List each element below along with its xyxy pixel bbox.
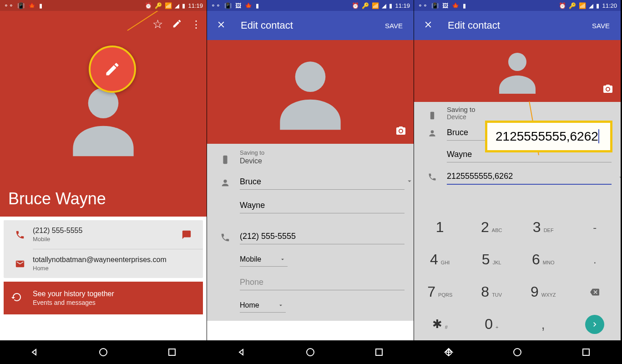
numeric-keypad: 1 2ABC 3DEF - 4GHI 5JKL 6MNO . 7PQRS 8TU… [414, 211, 621, 340]
save-button[interactable]: SAVE [587, 18, 615, 33]
leaf-icon: 🍁 [28, 2, 35, 9]
close-button[interactable] [212, 16, 230, 35]
more-icon[interactable]: ⋮ [191, 19, 201, 30]
form-area: Saving to Device [207, 144, 414, 321]
contact-details-card: (212) 555-5555 Mobile totallynotbatman@w… [4, 220, 203, 278]
key-0[interactable]: 0+ [466, 308, 518, 340]
key-comma[interactable]: , [517, 308, 569, 340]
history-card[interactable]: See your history together Events and mes… [4, 282, 203, 314]
history-title: See your history together [33, 290, 114, 298]
signal-icon: ◢ [175, 2, 179, 9]
status-time: 11:19 [395, 2, 410, 9]
camera-icon[interactable] [395, 126, 406, 138]
phone2-type-select[interactable]: Home [240, 297, 286, 313]
voicemail-icon: ⚬⚬ [418, 2, 428, 9]
history-subtitle: Events and messages [33, 299, 114, 306]
header-title: Edit contact [241, 20, 379, 31]
battery-icon: ▮ [463, 2, 466, 9]
svg-rect-7 [376, 349, 382, 355]
email-type: Home [33, 265, 196, 272]
phone-icon [423, 167, 441, 182]
phone-type-select[interactable]: Mobile [240, 251, 288, 267]
key-8[interactable]: 8TUV [466, 276, 518, 308]
recent-button[interactable] [374, 347, 384, 358]
leaf-icon: 🍁 [245, 2, 252, 9]
back-button[interactable] [443, 347, 454, 358]
phone-row[interactable]: (212) 555-5555 Mobile [4, 220, 203, 249]
image-icon: 🖼 [235, 2, 241, 9]
voicemail-icon: ⚬⚬ [4, 2, 14, 9]
back-button[interactable] [236, 347, 247, 358]
recent-button[interactable] [167, 347, 177, 358]
phone-number: (212) 555-5555 [33, 227, 177, 235]
voicemail-icon: ⚬⚬ [211, 2, 221, 9]
email-row[interactable]: totallynotbatman@wayneenterprises.com Ho… [4, 249, 203, 278]
nav-bar [414, 340, 621, 364]
wifi-icon: 📶 [579, 2, 586, 9]
favorite-icon[interactable]: ☆ [152, 17, 163, 31]
back-button[interactable] [29, 347, 40, 358]
phone-icon [216, 227, 234, 243]
svg-point-5 [223, 180, 227, 183]
status-bar: ⚬⚬ 📳 🖼 🍁 ▮ ⏰ 🔑 📶 ◢ ▮ 11:19 [207, 0, 414, 11]
home-button[interactable] [512, 347, 523, 358]
contact-photo-area[interactable] [207, 40, 414, 144]
phone-row [414, 167, 621, 193]
key-5[interactable]: 5JKL [466, 243, 518, 276]
battery-icon: ▮ [39, 2, 42, 9]
phone-expand-icon[interactable] [617, 173, 621, 183]
phone-section: Mobile Home [207, 222, 414, 321]
email-icon [11, 259, 29, 269]
key-7[interactable]: 7PQRS [414, 276, 466, 308]
recent-button[interactable] [581, 347, 592, 358]
home-button[interactable] [98, 347, 109, 358]
edit-icon[interactable] [172, 19, 182, 30]
camera-icon[interactable] [602, 84, 613, 96]
close-button[interactable] [420, 16, 437, 35]
contact-header: ☆ ⋮ Bruce Wayne [0, 0, 207, 217]
vibrate-icon: 📳 [17, 2, 25, 9]
key-go[interactable] [569, 308, 621, 340]
contact-photo-area[interactable] [414, 40, 621, 102]
history-icon [11, 292, 29, 304]
battery-level-icon: ▮ [389, 2, 392, 9]
key-icon: 🔑 [362, 2, 369, 9]
saving-to-value: Device [240, 157, 405, 165]
home-button[interactable] [305, 347, 316, 358]
key-dot[interactable]: . [569, 243, 621, 276]
key-1[interactable]: 1 [414, 211, 466, 243]
phone-raw-input[interactable] [447, 167, 612, 185]
phone-callout-highlight: 2125555555,6262 [485, 121, 612, 152]
person-icon [216, 172, 234, 188]
alarm-icon: ⏰ [559, 2, 566, 9]
battery-level-icon: ▮ [182, 2, 185, 9]
status-time: 11:20 [602, 2, 617, 9]
person-icon [423, 123, 441, 138]
save-button[interactable]: SAVE [379, 18, 408, 33]
key-6[interactable]: 6MNO [517, 243, 569, 276]
message-icon[interactable] [177, 230, 196, 240]
key-4[interactable]: 4GHI [414, 243, 466, 276]
phone-input[interactable] [240, 227, 405, 244]
key-star[interactable]: ✱# [414, 308, 466, 340]
phone2-input[interactable] [240, 273, 405, 290]
battery-level-icon: ▮ [596, 2, 599, 9]
key-2[interactable]: 2ABC [466, 211, 518, 243]
name-expand-icon[interactable] [405, 177, 414, 187]
status-time: 11:19 [188, 2, 203, 9]
device-icon [216, 149, 234, 165]
key-9[interactable]: 9WXYZ [517, 276, 569, 308]
last-name-input[interactable] [240, 196, 405, 213]
status-bar: ⚬⚬ 📳 🍁 ▮ ⏰ 🔑 📶 ◢ ▮ 11:19 [0, 0, 207, 11]
screen-edit-contact: ⚬⚬ 📳 🖼 🍁 ▮ ⏰ 🔑 📶 ◢ ▮ 11:19 Edit contact … [207, 0, 414, 364]
svg-rect-4 [223, 156, 227, 164]
saving-to-label: Saving to [240, 149, 405, 156]
key-3[interactable]: 3DEF [517, 211, 569, 243]
signal-icon: ◢ [589, 2, 593, 9]
screen-edit-phone-keypad: ⚬⚬ 📳 🖼 🍁 ▮ ⏰ 🔑 📶 ◢ ▮ 11:20 Edit contact … [414, 0, 621, 364]
first-name-input[interactable] [240, 172, 405, 190]
key-dash[interactable]: - [569, 211, 621, 243]
header-title: Edit contact [448, 20, 587, 31]
vibrate-icon: 📳 [224, 2, 232, 9]
key-backspace[interactable] [569, 276, 621, 308]
